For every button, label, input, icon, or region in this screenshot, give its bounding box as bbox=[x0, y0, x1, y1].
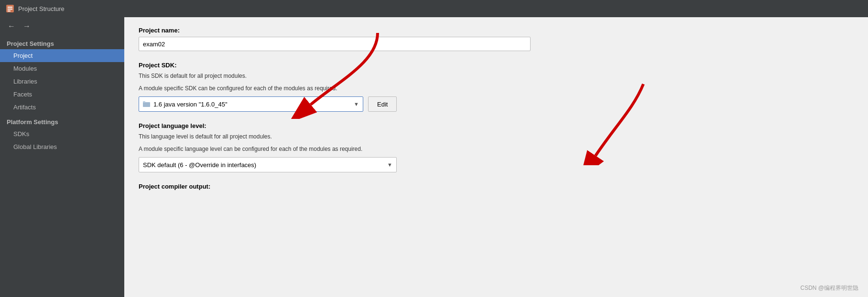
project-sdk-label: Project SDK: bbox=[139, 62, 854, 69]
content-area: Project name: Project SDK: This SDK is d… bbox=[124, 17, 868, 297]
forward-button[interactable]: → bbox=[20, 21, 33, 32]
language-level-desc1: This language level is default for all p… bbox=[139, 132, 854, 141]
sidebar-item-libraries[interactable]: Libraries bbox=[0, 75, 124, 88]
svg-rect-6 bbox=[143, 101, 145, 103]
main-area: ← → Project Settings Project Modules Lib… bbox=[0, 17, 868, 297]
project-language-level-label: Project language level: bbox=[139, 122, 854, 129]
sidebar-item-facets[interactable]: Facets bbox=[0, 88, 124, 101]
sidebar-item-project[interactable]: Project bbox=[0, 49, 124, 62]
sidebar-item-global-libraries[interactable]: Global Libraries bbox=[0, 140, 124, 153]
sdk-row: 1.6 java version "1.6.0_45" ▼ Edit bbox=[139, 96, 854, 112]
platform-settings-header: Platform Settings bbox=[0, 114, 124, 127]
sdk-dropdown-value: 1.6 java version "1.6.0_45" bbox=[153, 101, 228, 108]
nav-controls: ← → bbox=[0, 17, 124, 35]
language-level-value: SDK default (6 - @Override in interfaces… bbox=[143, 161, 256, 169]
lang-dropdown-arrow-icon: ▼ bbox=[387, 162, 392, 168]
language-level-dropdown[interactable]: SDK default (6 - @Override in interfaces… bbox=[139, 157, 397, 172]
project-sdk-desc2: A module specific SDK can be configured … bbox=[139, 84, 854, 93]
sidebar-item-project-label: Project bbox=[13, 52, 33, 59]
title-bar-title: Project Structure bbox=[18, 5, 65, 12]
title-bar: Project Structure bbox=[0, 0, 868, 17]
sidebar-item-artifacts-label: Artifacts bbox=[13, 104, 36, 111]
project-name-input[interactable] bbox=[139, 37, 531, 51]
svg-rect-2 bbox=[8, 9, 12, 10]
back-button[interactable]: ← bbox=[5, 21, 18, 32]
sidebar-item-modules[interactable]: Modules bbox=[0, 62, 124, 75]
project-sdk-section: Project SDK: This SDK is default for all… bbox=[139, 62, 854, 112]
project-compiler-output-label: Project compiler output: bbox=[139, 183, 854, 190]
sdk-dropdown-arrow-icon: ▼ bbox=[354, 101, 359, 107]
sidebar-item-global-libraries-label: Global Libraries bbox=[13, 143, 57, 150]
edit-sdk-button[interactable]: Edit bbox=[368, 96, 397, 112]
sidebar-item-sdks-label: SDKs bbox=[13, 130, 29, 138]
sidebar-item-facets-label: Facets bbox=[13, 91, 32, 98]
sidebar-item-sdks[interactable]: SDKs bbox=[0, 127, 124, 140]
project-compiler-output-section: Project compiler output: bbox=[139, 183, 854, 190]
sidebar-item-artifacts[interactable]: Artifacts bbox=[0, 101, 124, 114]
project-sdk-desc1: This SDK is default for all project modu… bbox=[139, 72, 854, 80]
language-level-desc2: A module specific language level can be … bbox=[139, 145, 854, 153]
sidebar-item-libraries-label: Libraries bbox=[13, 78, 37, 85]
project-settings-header: Project Settings bbox=[0, 35, 124, 49]
title-bar-icon bbox=[6, 4, 14, 13]
project-name-label: Project name: bbox=[139, 27, 854, 34]
sidebar: ← → Project Settings Project Modules Lib… bbox=[0, 17, 124, 297]
svg-rect-1 bbox=[8, 7, 12, 8]
sdk-dropdown[interactable]: 1.6 java version "1.6.0_45" ▼ bbox=[139, 96, 363, 112]
folder-icon bbox=[143, 101, 151, 107]
sidebar-item-modules-label: Modules bbox=[13, 65, 37, 72]
svg-rect-3 bbox=[8, 11, 11, 11]
project-structure-window: Project Structure ← → Project Settings P… bbox=[0, 0, 868, 297]
lang-dropdown-inner: SDK default (6 - @Override in interfaces… bbox=[143, 161, 256, 169]
project-language-level-section: Project language level: This language le… bbox=[139, 122, 854, 172]
sdk-dropdown-inner: 1.6 java version "1.6.0_45" bbox=[143, 101, 228, 108]
watermark: CSDN @编程界明世隐 bbox=[800, 284, 858, 292]
project-name-section: Project name: bbox=[139, 27, 854, 51]
